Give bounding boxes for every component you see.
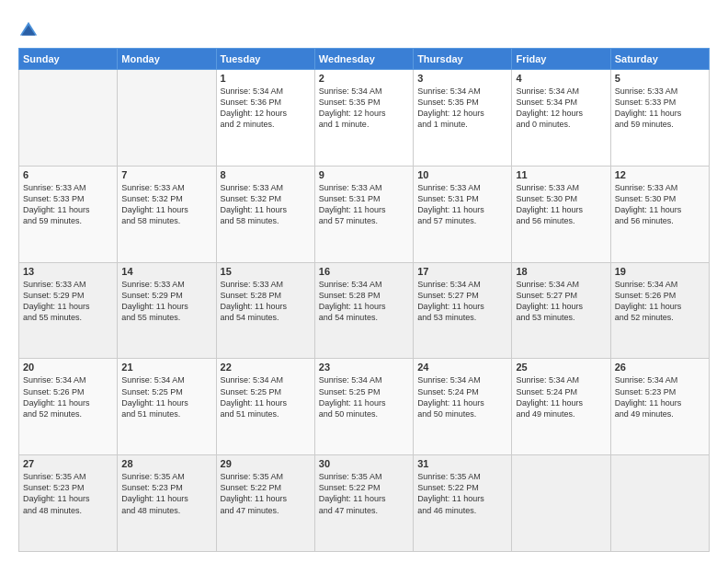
cell-line: Daylight: 11 hours [23,397,113,408]
cell-line: Sunrise: 5:34 AM [221,374,311,385]
calendar-cell: 29Sunrise: 5:35 AMSunset: 5:22 PMDayligh… [216,455,314,552]
calendar-header-friday: Friday [512,49,610,70]
day-number: 10 [417,169,507,180]
cell-line: Daylight: 11 hours [615,301,705,312]
cell-line: Sunrise: 5:34 AM [319,374,409,385]
calendar-cell: 8Sunrise: 5:33 AMSunset: 5:32 PMDaylight… [216,166,314,262]
cell-line: Daylight: 11 hours [417,493,507,504]
calendar-cell: 21Sunrise: 5:34 AMSunset: 5:25 PMDayligh… [118,359,216,455]
calendar-header-tuesday: Tuesday [216,49,314,70]
cell-line: Sunrise: 5:33 AM [121,182,211,193]
cell-line: Sunrise: 5:35 AM [221,471,311,482]
logo [18,20,42,40]
cell-line: Sunrise: 5:34 AM [615,279,705,290]
cell-line: Sunrise: 5:33 AM [615,182,705,193]
cell-line: and 57 minutes. [417,215,507,226]
cell-line: Sunset: 5:22 PM [417,482,507,493]
cell-line: Daylight: 11 hours [221,397,311,408]
cell-line: and 58 minutes. [221,215,311,226]
cell-line: Sunset: 5:24 PM [417,386,507,397]
cell-line: and 52 minutes. [23,408,113,419]
calendar-cell: 12Sunrise: 5:33 AMSunset: 5:30 PMDayligh… [610,166,709,262]
cell-line: Sunset: 5:32 PM [121,193,211,204]
cell-line: Sunrise: 5:35 AM [121,471,211,482]
calendar-cell: 11Sunrise: 5:33 AMSunset: 5:30 PMDayligh… [512,166,610,262]
cell-line: Sunrise: 5:35 AM [23,471,113,482]
calendar-cell: 16Sunrise: 5:34 AMSunset: 5:28 PMDayligh… [314,262,413,359]
day-number: 4 [516,73,606,84]
cell-line: and 58 minutes. [121,215,211,226]
cell-line: Sunrise: 5:35 AM [417,471,507,482]
cell-line: Daylight: 11 hours [319,493,409,504]
calendar-cell: 17Sunrise: 5:34 AMSunset: 5:27 PMDayligh… [414,262,512,359]
cell-line: and 53 minutes. [417,312,507,323]
cell-line: Daylight: 11 hours [221,301,311,312]
cell-line: Sunset: 5:33 PM [23,193,113,204]
cell-line: Sunset: 5:30 PM [516,193,606,204]
cell-line: Sunrise: 5:33 AM [417,182,507,193]
header [18,17,710,40]
day-number: 26 [615,362,705,373]
cell-line: Sunset: 5:26 PM [23,386,113,397]
day-number: 14 [121,266,211,277]
day-number: 18 [516,266,606,277]
calendar-week-row: 27Sunrise: 5:35 AMSunset: 5:23 PMDayligh… [19,455,710,552]
calendar-cell: 31Sunrise: 5:35 AMSunset: 5:22 PMDayligh… [414,455,512,552]
calendar-cell: 1Sunrise: 5:34 AMSunset: 5:36 PMDaylight… [216,70,314,167]
cell-line: and 2 minutes. [221,119,311,130]
calendar-cell: 18Sunrise: 5:34 AMSunset: 5:27 PMDayligh… [512,262,610,359]
cell-line: Daylight: 11 hours [417,204,507,215]
day-number: 31 [417,458,507,469]
calendar-cell: 3Sunrise: 5:34 AMSunset: 5:35 PMDaylight… [414,70,512,167]
calendar-cell: 28Sunrise: 5:35 AMSunset: 5:23 PMDayligh… [118,455,216,552]
cell-line: Sunrise: 5:34 AM [516,374,606,385]
cell-line: and 55 minutes. [23,312,113,323]
day-number: 30 [319,458,409,469]
day-number: 16 [319,266,409,277]
cell-line: Sunset: 5:35 PM [417,97,507,108]
day-number: 3 [417,73,507,84]
cell-line: Sunrise: 5:33 AM [221,279,311,290]
calendar-week-row: 13Sunrise: 5:33 AMSunset: 5:29 PMDayligh… [19,262,710,359]
cell-line: Sunset: 5:25 PM [221,386,311,397]
cell-line: and 56 minutes. [516,215,606,226]
calendar-header-thursday: Thursday [414,49,512,70]
cell-line: Sunrise: 5:34 AM [319,86,409,97]
cell-line: Daylight: 12 hours [319,108,409,119]
cell-line: and 49 minutes. [615,408,705,419]
calendar-cell: 26Sunrise: 5:34 AMSunset: 5:23 PMDayligh… [610,359,709,455]
calendar-cell: 6Sunrise: 5:33 AMSunset: 5:33 PMDaylight… [19,166,118,262]
cell-line: Sunset: 5:31 PM [417,193,507,204]
cell-line: and 1 minute. [417,119,507,130]
cell-line: Sunset: 5:34 PM [516,97,606,108]
calendar-cell: 7Sunrise: 5:33 AMSunset: 5:32 PMDaylight… [118,166,216,262]
cell-line: Sunset: 5:30 PM [615,193,705,204]
cell-line: Sunset: 5:25 PM [319,386,409,397]
day-number: 9 [319,169,409,180]
calendar-cell [19,70,118,167]
cell-line: Daylight: 11 hours [615,397,705,408]
cell-line: and 54 minutes. [319,312,409,323]
cell-line: and 49 minutes. [516,408,606,419]
cell-line: Sunrise: 5:34 AM [516,279,606,290]
cell-line: Sunrise: 5:33 AM [23,279,113,290]
calendar-cell: 13Sunrise: 5:33 AMSunset: 5:29 PMDayligh… [19,262,118,359]
cell-line: Sunrise: 5:34 AM [417,279,507,290]
cell-line: and 59 minutes. [23,215,113,226]
cell-line: and 50 minutes. [417,408,507,419]
calendar-cell [610,455,709,552]
calendar-cell: 10Sunrise: 5:33 AMSunset: 5:31 PMDayligh… [414,166,512,262]
cell-line: Sunrise: 5:34 AM [615,374,705,385]
calendar-header-sunday: Sunday [19,49,118,70]
cell-line: Sunrise: 5:33 AM [615,86,705,97]
calendar-week-row: 20Sunrise: 5:34 AMSunset: 5:26 PMDayligh… [19,359,710,455]
cell-line: Daylight: 12 hours [221,108,311,119]
day-number: 6 [23,169,113,180]
cell-line: Sunset: 5:23 PM [23,482,113,493]
calendar-cell: 19Sunrise: 5:34 AMSunset: 5:26 PMDayligh… [610,262,709,359]
cell-line: Sunrise: 5:34 AM [319,279,409,290]
calendar-cell: 9Sunrise: 5:33 AMSunset: 5:31 PMDaylight… [314,166,413,262]
cell-line: Sunset: 5:25 PM [121,386,211,397]
cell-line: Sunrise: 5:33 AM [121,279,211,290]
day-number: 2 [319,73,409,84]
